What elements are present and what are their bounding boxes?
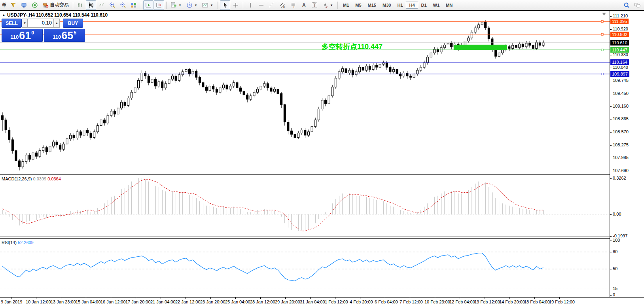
trendline-icon[interactable] [267,0,277,10]
price-tick-0.00: 0.00 [613,212,621,216]
chevron-down-icon[interactable]: ▾ [210,3,214,7]
cursor-icon[interactable] [220,0,230,10]
toolbar-separator [337,2,338,9]
auto-scroll-icon[interactable] [143,0,153,10]
buy-button[interactable]: BUY [63,19,83,28]
autotrading-button[interactable]: 自动交易 [40,0,71,10]
axis-tick-mark [610,29,612,30]
fibonacci-icon[interactable]: F [288,0,298,10]
vertical-line-icon[interactable] [245,0,256,10]
axis-tick-mark [610,295,612,296]
timeframe-button-d1[interactable]: D1 [418,2,430,9]
volume-decrease-button[interactable]: ▼ [22,19,28,28]
chevron-down-icon[interactable]: ▾ [194,3,198,7]
chat-icon[interactable] [632,0,642,10]
time-tick-label: 28 Jan 12:00 [250,299,275,304]
indicators-button[interactable]: ▾ [169,0,184,10]
time-tick-label: 19 Feb 12:00 [549,299,575,304]
arrows-button[interactable]: ▾ [320,0,335,10]
axis-tick-mark [210,298,211,299]
timeframe-button-mn[interactable]: MN [443,2,456,9]
periods-button[interactable]: ▾ [184,0,200,10]
axis-tick-mark [510,298,510,299]
zoom-out-icon[interactable] [118,0,128,10]
crosshair-icon[interactable] [231,0,241,10]
price-tick-108.275: 108.275 [613,142,629,147]
rsi-chart[interactable] [0,239,610,297]
axis-tick-mark [610,81,612,81]
price-tick-110.330: 110.330 [613,52,628,57]
axis-tick-mark [610,236,612,237]
axis-tick-mark [610,106,612,107]
market-watch-icon[interactable] [8,0,19,10]
axis-tick-mark [485,298,485,299]
macd-pane[interactable]: MACD(12,26,9) 0.0399 0.0364 [0,175,644,237]
sell-button[interactable]: SELL [2,19,22,28]
axis-tick-mark [610,158,612,158]
volume-increase-button[interactable]: ▲ [54,19,60,28]
axis-tick-mark [186,298,186,299]
price-tick-107.690: 107.690 [613,168,629,173]
timeframe-button-h1[interactable]: H1 [394,2,406,9]
bars-chart-icon[interactable] [75,0,85,10]
chevron-down-icon[interactable]: ▾ [330,3,333,7]
price-tick-0: 0 [613,292,615,297]
sell-price-handle: 110 [10,34,19,40]
tile-windows-icon[interactable] [129,0,139,10]
navigator-icon[interactable] [19,0,29,10]
price-tick-110.920: 110.920 [613,27,628,31]
toolbar-separator [73,2,73,9]
buy-price-button[interactable]: 110655 [44,29,85,42]
axis-tick-mark [610,119,612,119]
sell-price-main: 61 [19,30,31,41]
price-badge-109.897: 109.897 [610,71,629,77]
buy-price-main: 65 [61,30,73,41]
chevron-down-icon[interactable]: ▾ [178,3,182,7]
axis-tick-mark [260,298,261,299]
timeframe-button-m1[interactable]: M1 [340,2,352,9]
axis-tick-mark [11,298,11,299]
rsi-pane[interactable]: RSI(14) 52.2609 [0,239,644,297]
axis-tick-mark [410,298,410,299]
timeframe-button-w1[interactable]: W1 [430,2,443,9]
terminal-icon[interactable] [30,0,40,10]
candlestick-chart[interactable] [0,11,610,173]
timeframe-button-m5[interactable]: M5 [352,2,364,9]
axis-tick-mark [335,298,335,299]
axis-tick-mark [610,171,612,171]
time-tick-label: 18 Feb 04:00 [524,299,550,304]
time-tick-label: 21 Jan 04:00 [150,299,176,304]
axis-tick-mark [111,298,111,299]
text-label-icon[interactable]: T [309,0,320,10]
time-axis[interactable]: 9 Jan 201910 Jan 12:0013 Jan 23:0015 Jan… [0,298,644,307]
time-tick-label: 12 Feb 04:00 [449,299,475,304]
horizontal-line-icon[interactable] [256,0,266,10]
main-chart-pane[interactable]: ▲ USDJPY-,H4 110.652 110.654 110.544 110… [0,11,644,173]
template-icon [202,2,208,8]
sell-price-button[interactable]: 110610 [2,29,43,42]
chart-shift-icon[interactable] [154,0,164,10]
time-tick-label: 13 Feb 12:00 [474,299,500,304]
time-tick-label: 15 Jan 04:00 [76,299,101,304]
arrows-icon [322,2,328,8]
macd-chart[interactable] [0,175,610,237]
timeframe-button-h4[interactable]: H4 [406,2,418,9]
new-order-label[interactable]: 单 [2,2,8,9]
text-icon[interactable]: A [299,0,309,10]
chart-shift-marker-icon[interactable] [602,13,606,15]
volume-input[interactable]: 0.10 [28,19,54,28]
equidistant-channel-icon[interactable]: E [277,0,288,10]
search-icon[interactable] [621,0,632,10]
time-tick-label: 25 Jan 04:00 [225,299,250,304]
candles-chart-icon[interactable] [86,0,96,10]
svg-text:T: T [313,3,316,8]
zoom-in-icon[interactable] [107,0,117,10]
line-chart-icon[interactable] [97,0,107,10]
axis-tick-mark [610,94,612,94]
templates-button[interactable]: ▾ [200,0,216,10]
rsi-value: 52.2609 [18,240,34,245]
axis-tick-mark [534,298,535,299]
timeframe-button-m15[interactable]: M15 [365,2,379,9]
timeframe-button-m30[interactable]: M30 [379,2,394,9]
price-axis[interactable]: 111.210111.095110.920110.802110.610110.4… [610,11,644,297]
